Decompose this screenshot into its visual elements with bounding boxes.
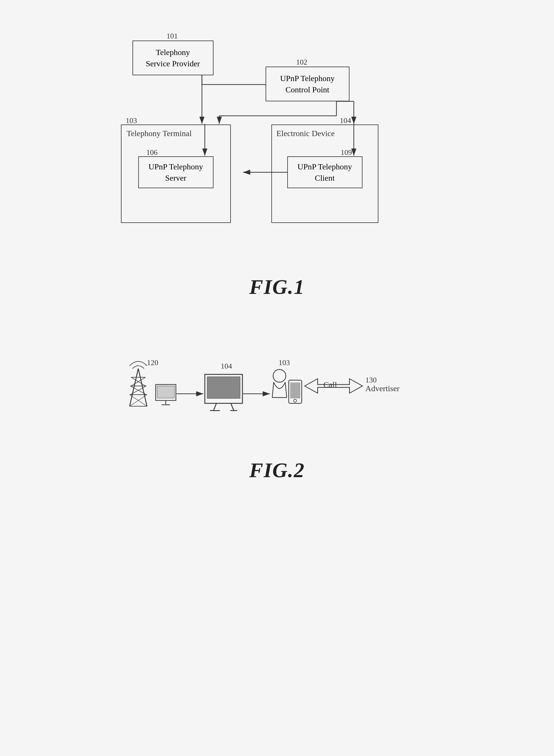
node-102-box: UPnP TelephonyControl Point <box>266 66 349 101</box>
svg-text:120: 120 <box>147 358 158 367</box>
svg-line-40 <box>231 403 234 411</box>
svg-line-20 <box>138 368 147 406</box>
fig2-svg: 120 <box>118 340 436 450</box>
node-109-box: UPnP TelephonyClient <box>287 156 363 188</box>
svg-text:Call: Call <box>323 380 337 389</box>
page: TelephonyService Provider 101 UPnP Telep… <box>0 0 554 756</box>
svg-rect-50 <box>290 383 300 398</box>
fig2-label: FIG.2 <box>249 459 304 482</box>
node-106-box: UPnP TelephonyServer <box>138 156 214 188</box>
label-103: 103 <box>126 116 137 125</box>
svg-line-47 <box>285 382 287 398</box>
person-group <box>272 369 287 398</box>
svg-text:130: 130 <box>366 376 377 384</box>
fig1-diagram: TelephonyService Provider 101 UPnP Telep… <box>104 29 451 266</box>
node-106-label: UPnP TelephonyServer <box>149 161 203 184</box>
node-101-label: TelephonyService Provider <box>146 47 200 69</box>
svg-text:104: 104 <box>221 362 232 370</box>
label-102: 102 <box>296 58 308 66</box>
svg-line-19 <box>129 368 138 406</box>
phone-group <box>289 380 302 403</box>
label-101: 101 <box>167 32 178 41</box>
node-104-title: Electronic Device <box>277 129 335 138</box>
svg-rect-38 <box>207 377 240 398</box>
fig2-diagram: 120 <box>104 334 451 455</box>
label-106: 106 <box>147 148 158 157</box>
fig1-label: FIG.1 <box>249 275 304 299</box>
node-103-title: Telephony Terminal <box>127 129 192 138</box>
svg-text:Advertiser: Advertiser <box>366 384 400 393</box>
fig1-container: TelephonyService Provider 101 UPnP Telep… <box>104 29 451 299</box>
svg-point-45 <box>273 369 286 382</box>
tower-group <box>129 361 147 406</box>
label-109: 109 <box>341 148 352 157</box>
fig2-container: 120 <box>104 334 451 483</box>
svg-rect-32 <box>157 386 174 398</box>
node-109-label: UPnP TelephonyClient <box>297 161 352 184</box>
node-102-label: UPnP TelephonyControl Point <box>280 73 335 95</box>
tv-group <box>205 374 242 411</box>
svg-line-46 <box>272 382 274 398</box>
fig2-inner: 120 <box>118 340 436 450</box>
node-101-box: TelephonyService Provider <box>132 41 214 75</box>
svg-line-39 <box>214 403 216 411</box>
svg-point-51 <box>294 399 296 402</box>
svg-text:103: 103 <box>279 358 290 367</box>
computer-group <box>156 385 176 405</box>
label-104: 104 <box>340 116 351 125</box>
